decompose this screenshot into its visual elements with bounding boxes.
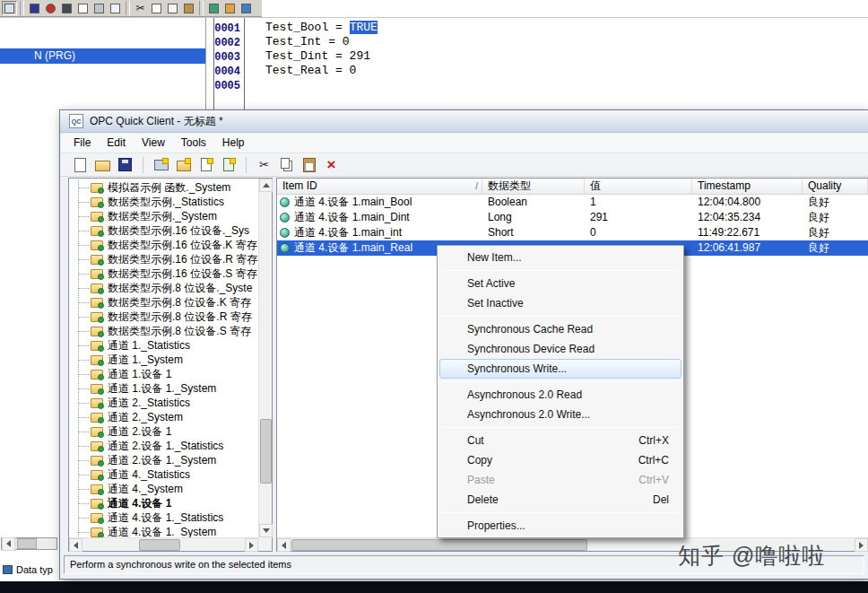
tree-item[interactable]: 通道 2._System — [69, 410, 258, 424]
menu-item-new-item[interactable]: New Item... — [439, 248, 681, 267]
tree-hscrollbar[interactable] — [69, 537, 258, 551]
scroll-right-icon[interactable] — [855, 538, 868, 552]
menu-item-asynchronous-2-0-write[interactable]: Asynchronous 2.0 Write... — [439, 405, 681, 424]
new-item-button[interactable] — [195, 155, 216, 175]
project-window-icon-button[interactable] — [2, 1, 17, 15]
scroll-left-icon[interactable] — [277, 538, 291, 552]
menu-item-copy[interactable]: CopyCtrl+C — [439, 450, 681, 470]
tree-item[interactable]: 通道 4.设备 1._System — [69, 525, 258, 537]
code-line[interactable]: Test_Int = 0 — [265, 35, 378, 49]
tree-item[interactable]: 通道 2.设备 1._System — [69, 453, 258, 467]
paste-icon-button[interactable] — [181, 1, 196, 15]
menubar-item-help[interactable]: Help — [214, 134, 253, 153]
delete-button[interactable] — [321, 155, 342, 175]
table-row[interactable]: 通道 4.设备 1.main_intShort011:49:22.671良好 — [277, 225, 868, 240]
cut-button[interactable] — [254, 155, 274, 175]
scroll-right-icon[interactable] — [245, 538, 258, 552]
new-button[interactable] — [70, 155, 91, 175]
tree-item[interactable]: 数据类型示例.8 位设备.R 寄存 — [69, 310, 258, 324]
tree-item[interactable]: 数据类型示例.8 位设备.S 寄存 — [69, 324, 258, 338]
tree-item[interactable]: 数据类型示例.16 位设备.S 寄存 — [69, 266, 258, 281]
project-tree-selected-item[interactable]: N (PRG) — [0, 48, 205, 64]
scrollbar-thumb[interactable] — [139, 539, 180, 551]
menu-item-set-active[interactable]: Set Active — [439, 274, 681, 293]
menubar-item-file[interactable]: File — [65, 134, 99, 153]
tree-item[interactable]: 通道 4._Statistics — [69, 467, 258, 482]
menu-item-properties[interactable]: Properties... — [439, 516, 681, 536]
table-row[interactable]: 通道 4.设备 1.main_DintLong29112:04:35.234良好 — [277, 210, 868, 225]
code-line[interactable]: Test_Real = 0 — [265, 64, 378, 78]
tree-item[interactable]: 通道 4.设备 1._Statistics — [69, 510, 258, 525]
menu-item-asynchronous-2-0-read[interactable]: Asynchronous 2.0 Read — [439, 385, 681, 405]
column-header-item-id[interactable]: Item ID/ — [277, 179, 482, 194]
menu-item-synchronous-write[interactable]: Synchronous Write... — [439, 359, 681, 379]
scrollbar-thumb[interactable] — [17, 538, 37, 549]
tree-item[interactable]: 通道 1._System — [69, 353, 258, 367]
menu-item-cut[interactable]: CutCtrl+X — [439, 431, 681, 450]
tree-item-selected[interactable]: 通道 4.设备 1 — [69, 496, 258, 510]
document-icon-button[interactable] — [75, 1, 91, 15]
monitor-icon-button[interactable] — [239, 1, 254, 15]
preview-icon-button[interactable] — [108, 1, 123, 15]
tree-item[interactable]: 通道 2.设备 1._Statistics — [69, 439, 258, 453]
scroll-down-icon[interactable] — [259, 524, 273, 537]
tree-item[interactable]: 数据类型示例.16 位设备.K 寄存 — [69, 238, 258, 252]
copy-icon-button[interactable] — [149, 1, 164, 15]
tree-item[interactable]: 数据类型示例.16 位设备._Sys — [69, 223, 258, 238]
menu-item-paste[interactable]: PasteCtrl+V — [439, 470, 681, 490]
open-button[interactable] — [92, 155, 113, 175]
tree-vscrollbar[interactable] — [258, 179, 272, 537]
tree-item[interactable]: 通道 2._Statistics — [69, 396, 258, 410]
tree-item[interactable]: 通道 1.设备 1._System — [69, 381, 258, 396]
scroll-left-icon[interactable] — [2, 537, 15, 551]
tree-item[interactable]: 通道 1.设备 1 — [69, 367, 258, 381]
cut-icon-button[interactable]: ✂ — [133, 1, 148, 15]
code-line[interactable]: Test_Dint = 291 — [265, 49, 378, 64]
bottom-tab-data-type[interactable]: Data typ — [3, 562, 53, 578]
stop-icon-button[interactable] — [43, 1, 58, 15]
save-icon-button[interactable] — [27, 1, 42, 15]
code-line[interactable]: Test_Bool = TRUE — [265, 21, 378, 35]
tree-item[interactable]: 数据类型示例.8 位设备._Syste — [69, 281, 258, 295]
scroll-left-icon[interactable] — [69, 538, 82, 552]
column-header-[interactable]: 数据类型 — [482, 179, 585, 194]
bg-panel-hscrollbar[interactable] — [1, 537, 57, 550]
tree-item[interactable]: 数据类型示例._System — [69, 209, 258, 223]
menubar-item-view[interactable]: View — [134, 134, 173, 153]
edit-icon-button[interactable] — [222, 1, 238, 15]
scrollbar-thumb[interactable] — [291, 539, 587, 551]
new-server-button[interactable] — [151, 155, 171, 175]
column-header-quality[interactable]: Quality — [803, 179, 868, 194]
menu-item-delete[interactable]: DeleteDel — [439, 490, 681, 510]
tree-item[interactable]: 通道 4._System — [69, 482, 258, 496]
save-button[interactable] — [115, 155, 135, 175]
column-header-[interactable]: 值 — [585, 179, 692, 194]
bottom-black-bar — [0, 581, 868, 593]
grid-icon-button[interactable] — [206, 1, 221, 15]
copy-pages-icon-button[interactable] — [165, 1, 180, 15]
tree-item[interactable]: 数据类型示例._Statistics — [69, 195, 258, 209]
glasses-icon-button[interactable] — [59, 1, 74, 15]
paste-button[interactable] — [299, 155, 319, 175]
editor-code-area[interactable]: Test_Bool = TRUETest_Int = 0Test_Dint = … — [265, 21, 378, 78]
tree-item[interactable]: 通道 1._Statistics — [69, 338, 258, 353]
tree-item[interactable]: 模拟器示例 函数._System — [69, 180, 258, 195]
menu-item-set-inactive[interactable]: Set Inactive — [439, 293, 681, 313]
clone-item-button[interactable] — [218, 155, 239, 175]
table-row[interactable]: 通道 4.设备 1.main_BoolBoolean112:04:04.800良… — [277, 195, 868, 210]
menu-item-synchronous-cache-read[interactable]: Synchronous Cache Read — [439, 319, 681, 339]
window-titlebar[interactable]: QC OPC Quick Client - 无标题 * — [60, 110, 868, 133]
menu-item-synchronous-device-read[interactable]: Synchronous Device Read — [439, 339, 681, 359]
tree-item[interactable]: 数据类型示例.16 位设备.R 寄存 — [69, 252, 258, 266]
print-icon-button[interactable] — [91, 1, 107, 15]
column-header-timestamp[interactable]: Timestamp — [692, 179, 803, 194]
tree-item[interactable]: 数据类型示例.8 位设备.K 寄存 — [69, 295, 258, 310]
scrollbar-thumb[interactable] — [260, 419, 272, 484]
new-group-button[interactable] — [173, 155, 194, 175]
scroll-up-icon[interactable] — [259, 179, 273, 192]
app-icon[interactable]: QC — [69, 114, 83, 128]
tree-item[interactable]: 通道 2.设备 1 — [69, 424, 258, 439]
copy-button[interactable] — [276, 155, 297, 175]
menubar-item-edit[interactable]: Edit — [99, 134, 134, 153]
menubar-item-tools[interactable]: Tools — [173, 134, 214, 153]
